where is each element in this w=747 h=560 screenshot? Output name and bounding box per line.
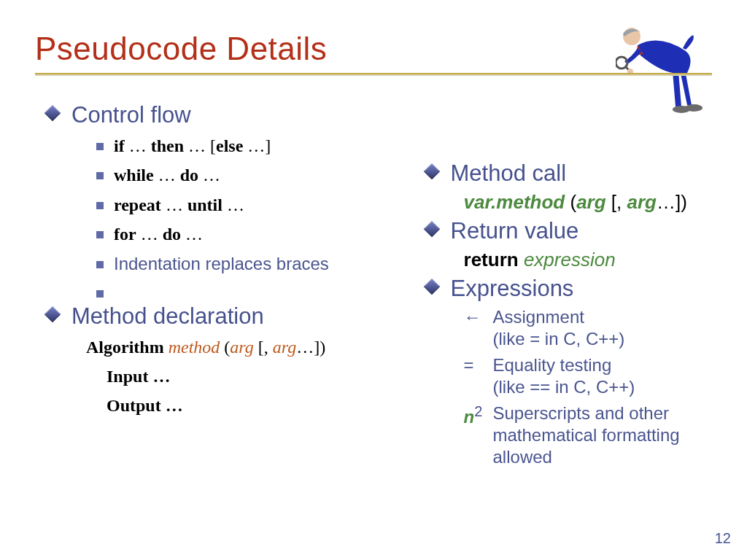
svg-line-4 (625, 66, 632, 73)
heading-text: Expressions (451, 276, 574, 302)
diamond-icon (423, 279, 440, 295)
diamond-icon (423, 163, 440, 180)
cf-item-text: repeat … until … (114, 193, 244, 217)
cf-item-text: while … do … (114, 163, 220, 187)
output-line: Output … (107, 392, 385, 419)
input-line: Input … (107, 363, 385, 389)
square-bullet-icon (96, 143, 104, 150)
cf-item-text: Indentation replaces braces (114, 252, 329, 276)
square-bullet-icon (96, 202, 104, 209)
cf-item-empty (96, 281, 385, 298)
expr-assignment: ← Assignment(like = in C, C++) (464, 306, 712, 350)
heading-method-declaration: Method declaration (47, 303, 385, 330)
square-bullet-icon (96, 172, 104, 179)
cf-item: for … do … (96, 222, 385, 246)
heading-text: Method call (451, 160, 567, 187)
cf-item: if … then … [else …] (96, 134, 385, 158)
left-column: Control flow if … then … [else …] while … (35, 89, 385, 472)
square-bullet-icon (96, 290, 104, 298)
title-underline (35, 73, 712, 76)
square-bullet-icon (96, 261, 104, 268)
heading-return-value: Return value (426, 218, 712, 244)
heading-method-call: Method call (426, 160, 712, 187)
expr-equality: = Equality testing(like == in C, C++) (464, 354, 712, 398)
expr-text: Superscripts and other mathematical form… (493, 402, 712, 468)
cf-item: repeat … until … (96, 193, 385, 217)
square-bullet-icon (96, 231, 104, 238)
expr-symbol: n2 (464, 402, 486, 428)
algorithm-line: Algorithm method (arg [, arg…]) (86, 334, 385, 360)
heading-text: Method declaration (71, 303, 264, 330)
heading-expressions: Expressions (426, 276, 712, 302)
expr-symbol: ← (464, 306, 486, 328)
expr-symbol: = (464, 354, 486, 376)
expr-text: Equality testing(like == in C, C++) (493, 354, 635, 398)
diamond-icon (423, 221, 440, 238)
slide-title: Pseudocode Details (35, 31, 712, 67)
content-columns: Control flow if … then … [else …] while … (35, 89, 712, 472)
heading-text: Return value (451, 218, 579, 244)
expr-text: Assignment(like = in C, C++) (493, 306, 625, 350)
cf-item: while … do … (96, 163, 385, 187)
right-column: Method call var.method (arg [, arg…]) Re… (414, 89, 712, 472)
expr-superscript: n2 Superscripts and other mathematical f… (464, 402, 712, 468)
method-call-line: var.method (arg [, arg…]) (464, 191, 712, 214)
cf-item-indentation: Indentation replaces braces (96, 252, 385, 276)
page-number: 12 (715, 530, 731, 547)
diamond-icon (44, 105, 61, 122)
return-line: return expression (464, 249, 712, 271)
heading-text: Control flow (71, 102, 191, 128)
slide: Pseudocode Details Control flow if … the… (0, 0, 747, 560)
heading-control-flow: Control flow (47, 102, 385, 128)
cf-item-text: for … do … (114, 222, 203, 246)
cf-item-text: if … then … [else …] (114, 134, 271, 158)
diamond-icon (44, 306, 61, 323)
